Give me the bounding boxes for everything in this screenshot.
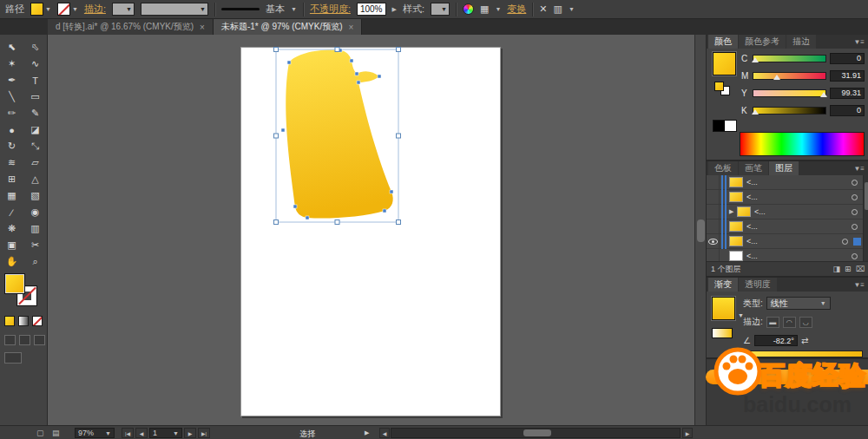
tool-blob-brush[interactable]: ● [0,121,23,138]
gradient-angle-input[interactable]: -82.2° [754,335,798,346]
selection-handle[interactable] [335,220,339,225]
anchor-point[interactable] [287,61,291,64]
stroke-color-control[interactable]: ▼ [57,3,78,16]
tool-pencil[interactable]: ✎ [23,105,47,121]
gradient-type-dropdown[interactable]: 线性 ▼ [766,297,831,310]
tool-symbol-sprayer[interactable]: ❋ [0,220,23,237]
chevron-down-icon[interactable]: ▼ [72,6,78,12]
scroll-right-button[interactable]: ▶ [682,428,693,438]
slider-thumb[interactable] [773,75,780,80]
stroke-across-button[interactable]: ◡ [799,317,812,328]
selection-handle[interactable] [397,48,401,52]
anchor-point[interactable] [281,128,285,132]
align-grid-icon[interactable]: ▦ [480,3,489,15]
tool-pen[interactable]: ✒ [0,72,23,88]
selection-handle[interactable] [274,134,279,138]
width-profile-dropdown[interactable]: ▼ [141,3,208,16]
white-swatch[interactable] [725,121,736,131]
black-value[interactable]: 0 [830,105,865,116]
align-dropdown-icon[interactable]: ▼ [495,6,501,12]
tool-gradient[interactable]: ▧ [23,187,47,204]
none-mode-button[interactable] [32,316,43,326]
black-white-swatches[interactable] [713,120,737,132]
tool-free-transform[interactable]: ▱ [23,154,47,171]
layer-row[interactable]: <... [707,190,863,205]
layers-scrollbar-thumb[interactable] [865,182,868,210]
tool-type[interactable]: T [23,72,47,88]
selected-yellow-shape[interactable] [286,50,392,219]
draw-behind-button[interactable] [19,335,30,345]
visibility-toggle[interactable] [707,190,720,204]
next-artboard-button[interactable]: ▶ [184,428,196,438]
layers-scrollbar[interactable] [863,175,868,263]
target-circle[interactable] [852,224,858,230]
cyan-value[interactable]: 0 [830,53,865,64]
chevron-down-icon[interactable]: ▼ [45,6,51,12]
visibility-toggle[interactable] [707,175,720,189]
anchor-point[interactable] [306,216,309,220]
tool-zoom[interactable]: ⌕ [23,253,47,270]
tool-column-graph[interactable]: ▥ [23,220,47,237]
tool-blend[interactable]: ◉ [23,204,47,220]
previous-artboard-button[interactable]: ◀ [135,428,148,438]
stroke-panel-link[interactable]: 描边: [84,3,106,16]
opacity-link[interactable]: 不透明度: [310,3,351,16]
tool-shape-builder[interactable]: ⊞ [0,171,23,187]
anchor-point[interactable] [378,75,381,78]
selection-handle[interactable] [274,220,279,225]
tool-artboard[interactable]: ▣ [0,237,23,253]
slider-thumb[interactable] [752,109,759,115]
fill-color-control[interactable]: ▼ [30,3,51,16]
artboard-number-dropdown[interactable]: 1 ▼ [149,428,182,438]
tool-rotate[interactable]: ↻ [0,138,23,154]
fill-color-swatch[interactable] [30,3,43,16]
tab-color[interactable]: 颜色 [708,35,738,49]
close-icon[interactable]: × [349,23,354,32]
recolor-artwork-button[interactable] [463,3,474,15]
delete-layer-icon[interactable]: ⌧ [856,265,865,273]
anchor-point[interactable] [357,81,360,84]
horizontal-scrollbar-thumb[interactable] [523,429,551,436]
close-icon[interactable]: × [200,23,205,32]
document-tab-2[interactable]: 未标题-1* @ 97% (CMYK/预览) × [214,19,362,35]
stroke-color-swatch[interactable] [57,3,70,16]
anchor-point[interactable] [390,190,393,193]
expand-arrow-icon[interactable]: ▶ [729,208,737,215]
status-left-icon-2[interactable]: ▤ [52,429,60,437]
new-layer-icon[interactable]: ⊞ [845,265,852,273]
selection-handle[interactable] [274,48,279,52]
tool-rectangle[interactable]: ▭ [23,88,47,105]
black-slider[interactable] [753,107,826,115]
target-circle[interactable] [852,180,858,186]
magenta-value[interactable]: 31.91 [830,70,865,82]
visibility-toggle[interactable] [707,234,720,248]
tab-layers[interactable]: 图层 [769,161,799,175]
canvas-pasteboard[interactable] [48,35,706,425]
status-left-icon-1[interactable]: ▢ [36,429,44,437]
tool-slice[interactable]: ✂ [23,237,47,253]
first-artboard-button[interactable]: |◀ [122,428,134,438]
yellow-value[interactable]: 99.31 [830,88,865,99]
tool-mesh[interactable]: ▦ [0,187,23,204]
selection-handle[interactable] [397,220,401,225]
slider-thumb[interactable] [820,92,827,97]
layer-row[interactable]: <... [707,175,863,190]
anchor-point[interactable] [355,72,358,75]
target-circle[interactable] [852,253,858,259]
zoom-level-dropdown[interactable]: 97% ▼ [75,428,115,438]
visibility-toggle[interactable] [707,205,720,219]
stroke-within-button[interactable]: ▬ [766,317,779,328]
target-circle[interactable] [842,239,848,245]
color-mode-button[interactable] [4,316,15,326]
options-icon[interactable]: ▥ [554,3,562,15]
tool-magic-wand[interactable]: ✶ [0,56,23,72]
cyan-slider[interactable] [753,55,826,62]
panel-menu-icon[interactable]: ▼≡ [849,161,868,175]
style-dropdown[interactable]: ▼ [431,3,450,16]
tool-width[interactable]: ≋ [0,154,23,171]
vertical-scrollbar[interactable] [694,35,706,425]
tool-eraser[interactable]: ◪ [23,121,47,138]
draw-normal-button[interactable] [4,335,16,345]
target-circle[interactable] [852,194,858,200]
make-mask-icon[interactable]: ◨ [833,265,841,273]
